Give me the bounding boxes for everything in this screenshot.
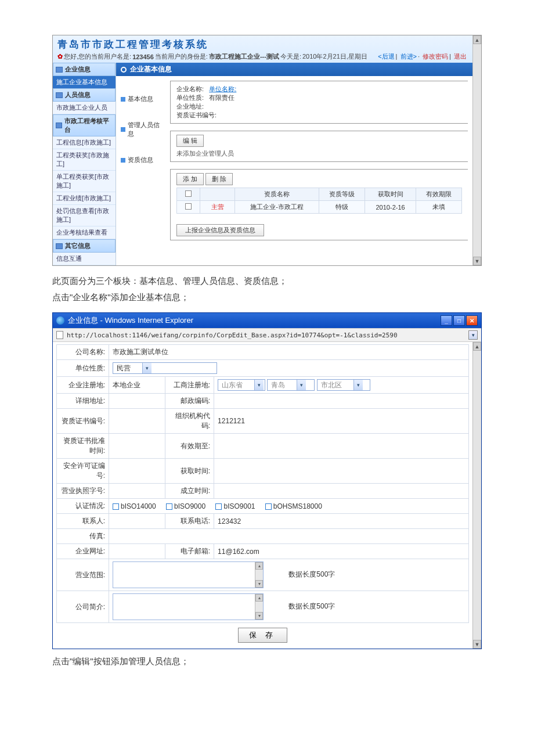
caption-1a: 此页面分为三个板块：基本信息、管理人员信息、资质信息； xyxy=(52,274,482,288)
chevron-down-icon: ▾ xyxy=(142,363,151,373)
lbl-company: 企业名称: xyxy=(176,85,204,92)
nature-select[interactable]: 民营▾ xyxy=(113,362,217,374)
lbl-certtime: 资质证书批准时间: xyxy=(57,434,109,459)
sub-nav: 基本信息 管理人员信息 资质信息 xyxy=(121,81,164,240)
nav-item-punish[interactable]: 处罚信息查看[市政施工] xyxy=(53,205,116,226)
subnav-basic[interactable]: 基本信息 xyxy=(121,95,164,103)
nav-header-platform[interactable]: 市政工程考核平台 xyxy=(53,114,116,136)
report-button[interactable]: 上报企业信息及资质信息 xyxy=(176,224,264,236)
nav-header-other[interactable]: 其它信息 xyxy=(53,239,116,253)
nav-header-person-label: 人员信息 xyxy=(65,91,91,99)
row-checkbox[interactable] xyxy=(185,203,192,210)
ck-iso9000[interactable]: bISO9000 xyxy=(166,502,205,510)
pane-title: 企业基本信息 xyxy=(116,63,472,76)
changepwd-link[interactable]: 修改密码 xyxy=(423,53,448,60)
mgr-empty-text: 未添加企业管理人员 xyxy=(176,149,462,158)
ck-ohsms18000[interactable]: bOHSMS18000 xyxy=(265,502,322,510)
ck-iso14000[interactable]: bISO14000 xyxy=(113,502,156,510)
nav-item-proj-award[interactable]: 工程类获奖[市政施工] xyxy=(53,149,116,171)
delete-button[interactable]: 删 除 xyxy=(205,173,233,185)
vertical-scrollbar[interactable]: ▲ ▼ xyxy=(472,35,481,265)
td-valid: 未填 xyxy=(416,201,461,214)
ck-iso9001-label: bISO9001 xyxy=(223,502,255,510)
scroll-down-icon[interactable]: ▾ xyxy=(255,580,263,588)
status-mid1: 当前用户的身份是: xyxy=(155,52,208,61)
scroll-down-icon[interactable]: ▾ xyxy=(255,612,263,620)
nav-item-result[interactable]: 企业考核结果查看 xyxy=(53,226,116,239)
textarea-scroll[interactable]: ▴▾ xyxy=(255,594,263,620)
scroll-up-icon[interactable]: ▴ xyxy=(255,562,263,570)
nav-item-msg[interactable]: 信息互通 xyxy=(53,253,116,265)
left-nav: 企业信息 施工企业基本信息 人员信息 市政施工企业人员 市政工程考核平台 工程信… xyxy=(53,63,116,265)
company-name-link[interactable]: 单位名称: xyxy=(209,85,236,92)
folder-icon xyxy=(56,92,63,98)
lbl-nature: 单位性质: xyxy=(176,94,204,101)
form-vertical-scrollbar[interactable]: ▲ ▼ xyxy=(472,342,481,649)
scroll-down-icon[interactable]: ▼ xyxy=(473,257,481,265)
lbl-zip: 邮政编码: xyxy=(165,394,214,409)
val-company: 市政施工测试单位 xyxy=(109,345,469,360)
nav-item-proj-info[interactable]: 工程信息[市政施工] xyxy=(53,136,116,149)
ie-titlebar: 企业信息 - Windows Internet Explorer _ □ ✕ xyxy=(53,313,481,328)
nav-header-platform-label: 市政工程考核平台 xyxy=(64,117,113,134)
nav-item-single-award[interactable]: 单工程类获奖[市政施工] xyxy=(53,171,116,192)
val-email: 11@162.com xyxy=(214,544,469,559)
val-phone: 123432 xyxy=(214,514,469,529)
nav-header-person[interactable]: 人员信息 xyxy=(53,88,116,102)
corp-form: 公司名称: 市政施工测试单位 单位性质: 民营▾ 企业注册地: 本地企业 工商注… xyxy=(56,344,469,623)
save-button[interactable]: 保 存 xyxy=(238,628,288,643)
lbl-fax: 传真: xyxy=(57,529,109,544)
dist-select[interactable]: 市北区▾ xyxy=(317,379,370,391)
lbl-gettime: 获取时间: xyxy=(165,459,214,484)
subnav-qual[interactable]: 资质信息 xyxy=(121,156,164,164)
td-flag: 主营 xyxy=(200,201,235,214)
page-icon xyxy=(56,331,63,339)
th-valid: 有效期限 xyxy=(416,188,461,201)
table-row[interactable]: 主营 施工企业-市政工程 特级 2010-2-16 未填 xyxy=(177,201,462,214)
city-select[interactable]: 青岛▾ xyxy=(267,379,315,391)
lbl-intro: 公司简介: xyxy=(57,591,109,623)
status-username: 123456 xyxy=(132,53,154,60)
city-value: 青岛 xyxy=(268,380,297,390)
caption-1b: 点击"企业名称"添加企业基本信息； xyxy=(52,290,482,304)
ck-ohsms18000-label: bOHSMS18000 xyxy=(273,502,322,510)
square-icon xyxy=(121,97,125,102)
square-icon xyxy=(121,127,125,132)
bullet-icon: ✿ xyxy=(57,53,63,60)
basic-info-block: 企业名称: 单位名称: 单位性质: 有限责任 企业地址: 资质证书编号: xyxy=(170,81,468,124)
close-button[interactable]: ✕ xyxy=(466,315,478,326)
status-role: 市政工程施工企业---测试 xyxy=(209,52,279,61)
nav-item-staff[interactable]: 市政施工企业人员 xyxy=(53,102,116,114)
scope-textarea[interactable]: ▴▾ xyxy=(113,561,264,588)
checkbox-icon xyxy=(265,503,272,510)
nav-header-company[interactable]: 企业信息 xyxy=(53,63,116,76)
prov-select[interactable]: 山东省▾ xyxy=(218,379,265,391)
nav-item-perf[interactable]: 工程业绩[市政施工] xyxy=(53,192,116,205)
scroll-up-icon[interactable]: ▴ xyxy=(255,594,263,602)
addr-dropdown-icon[interactable]: ▾ xyxy=(468,330,478,340)
back-link[interactable]: <后退 xyxy=(378,53,394,60)
ie-title-text: 企业信息 - Windows Internet Explorer xyxy=(68,315,193,326)
app-header: 青岛市市政工程管理考核系统 ✿ 您好,您的当前用户名是: 123456 当前用户… xyxy=(53,35,472,63)
edit-button[interactable]: 编 辑 xyxy=(176,135,204,147)
maximize-button[interactable]: □ xyxy=(453,315,465,326)
checkbox-all[interactable] xyxy=(185,190,192,197)
subnav-mgr[interactable]: 管理人员信息 xyxy=(121,121,164,138)
lbl-cert: 认证情况: xyxy=(57,499,109,514)
lbl-certno: 资质证书编号: xyxy=(176,111,217,118)
intro-textarea[interactable]: ▴▾ xyxy=(113,593,264,620)
ck-iso9001[interactable]: bISO9001 xyxy=(215,502,255,510)
nav-item-basic[interactable]: 施工企业基本信息 xyxy=(53,76,116,88)
scope-hint: 数据长度500字 xyxy=(288,570,335,579)
val-nature: 有限责任 xyxy=(209,94,234,101)
forward-link[interactable]: 前进> xyxy=(400,53,417,60)
textarea-scroll[interactable]: ▴▾ xyxy=(255,562,263,588)
minimize-button[interactable]: _ xyxy=(441,315,452,326)
checkbox-icon xyxy=(166,503,172,510)
add-button[interactable]: 添 加 xyxy=(176,173,204,185)
scroll-up-icon[interactable]: ▲ xyxy=(473,342,481,351)
logout-link[interactable]: 退出 xyxy=(454,53,467,60)
scroll-down-icon[interactable]: ▼ xyxy=(473,640,481,649)
folder-icon xyxy=(56,67,63,73)
scroll-up-icon[interactable]: ▲ xyxy=(473,35,481,44)
